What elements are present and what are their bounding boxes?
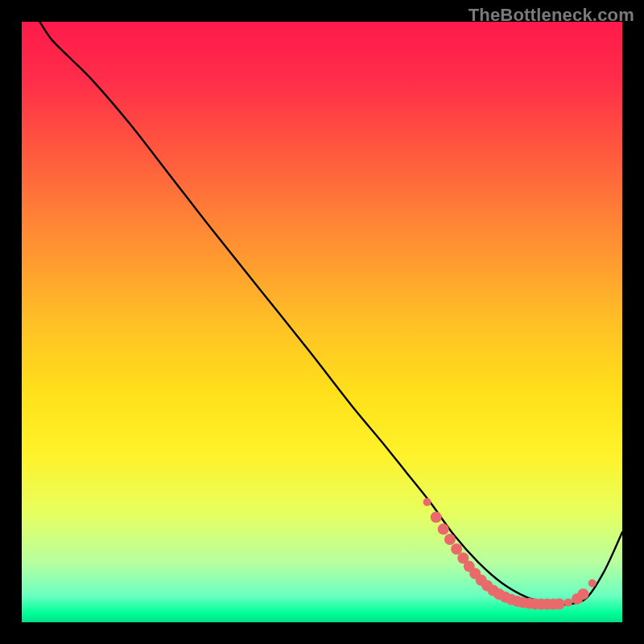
data-marker	[438, 523, 449, 535]
data-marker	[444, 534, 456, 545]
data-marker	[578, 588, 589, 600]
gradient-background	[22, 22, 622, 622]
data-marker	[554, 598, 565, 609]
data-marker	[564, 598, 572, 606]
data-marker	[588, 580, 597, 588]
data-marker	[423, 498, 431, 506]
chart-stage: TheBottleneck.com	[0, 0, 644, 644]
data-marker	[451, 543, 462, 555]
chart-svg	[22, 22, 622, 622]
data-marker	[431, 511, 442, 522]
